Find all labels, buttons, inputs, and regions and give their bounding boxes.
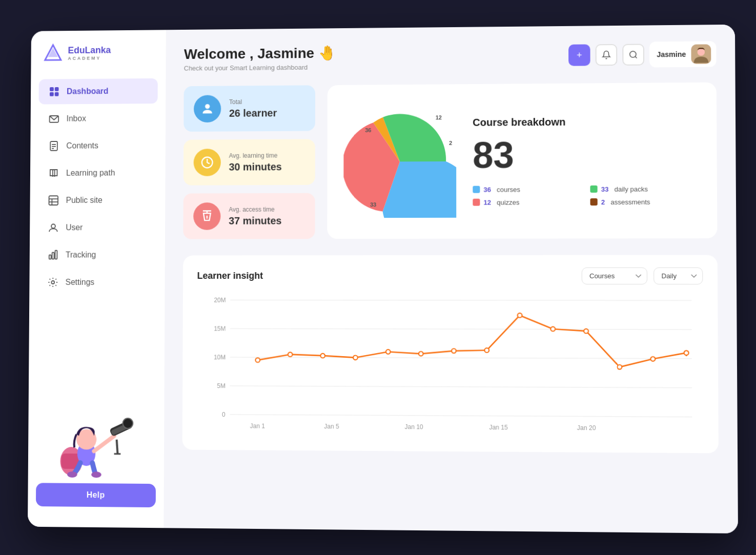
- sidebar-item-settings[interactable]: Settings: [37, 270, 156, 295]
- nav-menu: Dashboard Inbox: [28, 78, 166, 395]
- mail-icon: [48, 113, 59, 124]
- pie-label-36: 36: [365, 127, 371, 133]
- stat-card-learners: Total 26 learner: [183, 85, 315, 132]
- svg-rect-17: [52, 252, 54, 259]
- svg-rect-4: [49, 92, 53, 96]
- svg-point-67: [684, 351, 688, 355]
- svg-point-15: [51, 224, 55, 228]
- logo-area: EduLanka ACADEMY: [31, 42, 166, 79]
- stat-label: Avg. access time: [229, 205, 281, 213]
- svg-rect-16: [49, 255, 51, 259]
- legend-count: 12: [483, 198, 491, 206]
- sidebar-item-contents[interactable]: Contents: [38, 133, 157, 158]
- svg-text:10M: 10M: [214, 354, 226, 361]
- sidebar-item-label: Dashboard: [67, 87, 109, 96]
- search-button[interactable]: [622, 44, 644, 65]
- legend-label: daily packs: [614, 185, 647, 193]
- illustration: [36, 402, 137, 479]
- svg-line-42: [230, 385, 692, 387]
- clock-icon: [193, 149, 220, 176]
- sidebar-item-label: Inbox: [66, 114, 86, 123]
- svg-point-56: [320, 353, 325, 358]
- svg-rect-3: [54, 87, 58, 91]
- legend-dot: [590, 185, 597, 192]
- sidebar: EduLanka ACADEMY Dashboard: [28, 30, 166, 528]
- svg-point-54: [255, 358, 260, 362]
- insight-title: Learner insight: [197, 271, 263, 281]
- sidebar-bottom: Help: [28, 394, 164, 516]
- top-section: Total 26 learner Avg. learning time 30 m…: [183, 82, 717, 239]
- legend-count: 2: [601, 198, 604, 205]
- sidebar-item-inbox[interactable]: Inbox: [38, 105, 157, 131]
- chart-legend: 36 courses 33 daily packs 12 quizzes: [473, 184, 700, 206]
- legend-item-assessments: 2 assessments: [590, 197, 700, 205]
- chart-card: 36 12 2 33 Course breakdown 83 36 course…: [327, 82, 717, 239]
- svg-line-29: [116, 439, 117, 454]
- legend-count: 33: [601, 185, 608, 193]
- add-button[interactable]: +: [568, 44, 590, 66]
- sidebar-item-public-site[interactable]: Public site: [37, 187, 157, 213]
- svg-point-61: [484, 348, 489, 353]
- sidebar-item-label: Settings: [65, 278, 94, 287]
- svg-point-59: [418, 351, 423, 356]
- chart-total: 83: [473, 135, 700, 173]
- welcome-subtitle: Check out your Smart Learning dashboard: [183, 63, 336, 72]
- stat-value: 37 minutes: [229, 215, 281, 227]
- svg-point-64: [584, 328, 588, 333]
- svg-point-58: [385, 350, 390, 354]
- pie-label-2: 2: [448, 139, 452, 146]
- svg-text:Jan 5: Jan 5: [324, 422, 339, 429]
- svg-point-36: [205, 104, 210, 109]
- sidebar-item-tracking[interactable]: Tracking: [37, 242, 157, 268]
- svg-point-28: [122, 418, 133, 428]
- svg-point-55: [288, 352, 292, 357]
- sidebar-item-learning-path[interactable]: Learning path: [38, 160, 157, 186]
- brand-sub: ACADEMY: [68, 55, 111, 60]
- timer-icon: [193, 202, 220, 230]
- legend-dot: [473, 186, 480, 193]
- stat-card-learning-time: Avg. learning time 30 minutes: [183, 139, 315, 185]
- file-icon: [48, 140, 59, 152]
- filter-type-select[interactable]: Courses Quizzes Assessments: [581, 267, 647, 284]
- svg-point-65: [617, 364, 622, 369]
- user-icon: [48, 222, 59, 233]
- stat-value: 26 learner: [229, 107, 276, 118]
- user-name: Jasmine: [657, 50, 686, 58]
- main-content: Welcome , Jasmine 🤚 Check out your Smart…: [164, 24, 738, 533]
- help-button[interactable]: Help: [35, 483, 155, 507]
- svg-text:0: 0: [222, 411, 226, 418]
- user-avatar: [691, 44, 711, 64]
- settings-icon: [47, 277, 58, 288]
- svg-text:20M: 20M: [214, 296, 226, 303]
- svg-point-63: [550, 326, 555, 331]
- svg-rect-11: [49, 196, 58, 205]
- svg-text:Jan 10: Jan 10: [404, 423, 423, 430]
- svg-text:5M: 5M: [217, 382, 226, 389]
- table-icon: [48, 195, 59, 206]
- svg-line-43: [230, 414, 692, 417]
- legend-label: quizzes: [497, 198, 519, 205]
- svg-text:Jan 15: Jan 15: [489, 423, 508, 430]
- pie-chart: 36 12 2 33: [343, 105, 456, 218]
- svg-text:15M: 15M: [214, 325, 226, 332]
- sidebar-item-dashboard[interactable]: Dashboard: [38, 78, 157, 104]
- legend-dot: [473, 198, 480, 205]
- legend-label: assessments: [610, 198, 650, 205]
- user-profile[interactable]: Jasmine: [649, 41, 716, 67]
- svg-text:Jan 20: Jan 20: [577, 424, 596, 431]
- svg-rect-18: [55, 250, 57, 259]
- filter-period-select[interactable]: Daily Weekly Monthly: [653, 267, 703, 284]
- svg-point-62: [517, 313, 522, 318]
- stat-value: 30 minutes: [229, 160, 281, 172]
- sidebar-item-label: Tracking: [65, 250, 95, 259]
- sidebar-item-label: Contents: [66, 141, 98, 150]
- svg-point-31: [629, 51, 636, 57]
- header-actions: + Jasmine: [568, 41, 717, 68]
- book-icon: [48, 168, 59, 179]
- bell-button[interactable]: [595, 44, 617, 65]
- sidebar-item-label: User: [66, 223, 83, 232]
- page-header: Welcome , Jasmine 🤚 Check out your Smart…: [183, 41, 716, 72]
- svg-rect-5: [54, 92, 58, 96]
- sidebar-item-user[interactable]: User: [37, 215, 157, 240]
- insight-filters: Courses Quizzes Assessments Daily Weekly…: [581, 267, 703, 284]
